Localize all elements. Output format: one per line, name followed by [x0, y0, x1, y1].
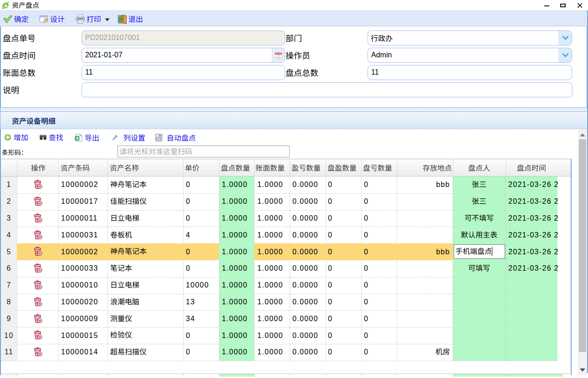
- svg-text:17: 17: [277, 55, 281, 58]
